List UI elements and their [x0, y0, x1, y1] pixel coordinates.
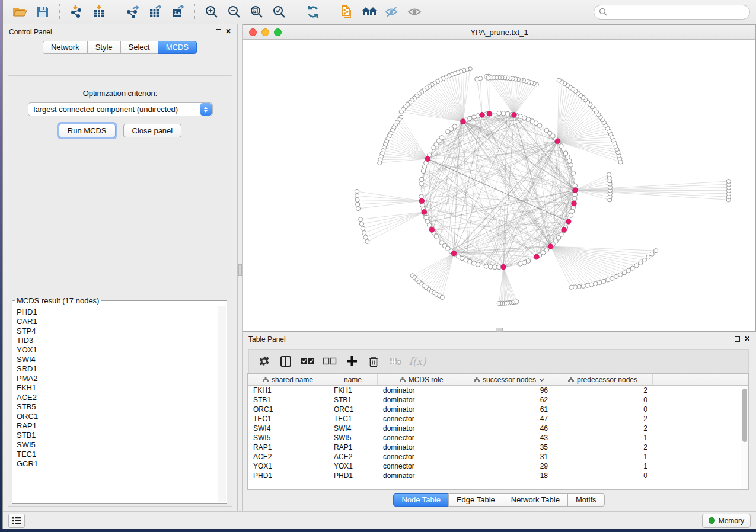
zoom-out-button[interactable] [223, 2, 245, 22]
table-cell[interactable]: YOX1 [328, 462, 378, 471]
table-cell[interactable]: RAP1 [248, 443, 328, 452]
table-cell[interactable]: SWI4 [248, 424, 328, 433]
table-cell[interactable]: 29 [465, 462, 553, 471]
table-cell[interactable]: 2 [553, 443, 653, 452]
mcds-result-item[interactable]: RAP1 [17, 421, 218, 431]
close-panel-button[interactable]: Close panel [123, 124, 182, 137]
deselect-all-columns-button[interactable] [321, 352, 339, 370]
export-network-button[interactable] [122, 2, 144, 22]
open-session-button[interactable] [9, 2, 31, 22]
table-cell[interactable]: STB1 [328, 395, 378, 405]
table-cell[interactable]: FKH1 [248, 386, 328, 395]
table-cell[interactable]: PHD1 [328, 471, 378, 480]
float-panel-icon[interactable] [216, 29, 221, 34]
table-cell[interactable]: 62 [465, 395, 553, 405]
table-cell[interactable]: 47 [465, 414, 553, 424]
table-cell[interactable]: PHD1 [248, 471, 328, 480]
settings-gear-button[interactable] [255, 352, 273, 370]
duplicate-network-button[interactable] [336, 2, 358, 22]
mcds-result-item[interactable]: GCR1 [17, 459, 218, 469]
table-cell[interactable]: SWI5 [328, 433, 378, 443]
table-cell[interactable]: dominator [378, 471, 465, 480]
network-titlebar[interactable]: YPA_prune.txt_1 [243, 25, 755, 40]
table-row[interactable]: PHD1PHD1dominator180 [248, 471, 748, 480]
tab-style[interactable]: Style [87, 41, 121, 54]
mcds-result-item[interactable]: YOX1 [17, 345, 218, 355]
table-row[interactable]: RAP1RAP1dominator352 [248, 443, 748, 452]
refresh-button[interactable] [302, 2, 324, 22]
mcds-result-item[interactable]: TID3 [17, 336, 218, 345]
table-cell[interactable]: 1 [553, 433, 653, 443]
table-row[interactable]: SWI5SWI5connector431 [248, 433, 748, 443]
mcds-result-item[interactable]: STB1 [17, 431, 218, 440]
zoom-selected-button[interactable] [268, 2, 291, 22]
show-all-button[interactable] [403, 2, 426, 22]
splitter-handle[interactable] [238, 264, 242, 276]
first-neighbors-button[interactable] [358, 2, 381, 22]
table-cell[interactable]: 61 [465, 405, 553, 414]
table-cell[interactable]: dominator [378, 443, 465, 452]
table-row[interactable]: ACE2ACE2connector311 [248, 452, 748, 462]
table-cell[interactable]: 0 [553, 395, 653, 405]
table-cell[interactable]: STB1 [248, 395, 328, 405]
criterion-select[interactable]: largest connected component (undirected) [28, 102, 213, 116]
mcds-result-item[interactable]: ACE2 [17, 393, 218, 402]
add-column-button[interactable] [343, 352, 361, 370]
table-cell[interactable]: 2 [553, 414, 653, 424]
column-visibility-button[interactable] [277, 352, 295, 370]
vertical-splitter[interactable] [237, 24, 243, 511]
close-panel-icon[interactable]: ✕ [744, 336, 750, 342]
table-row[interactable]: FKH1FKH1dominator962 [248, 386, 748, 395]
table-cell[interactable]: dominator [378, 405, 465, 414]
table-cell[interactable]: SWI4 [328, 424, 378, 433]
table-cell[interactable]: 46 [465, 424, 553, 433]
mcds-result-item[interactable]: FKH1 [17, 383, 218, 393]
close-panel-icon[interactable]: ✕ [225, 29, 231, 34]
task-history-button[interactable] [8, 514, 25, 528]
tab-edge-table[interactable]: Edge Table [448, 493, 503, 507]
network-graph[interactable] [243, 40, 755, 331]
table-cell[interactable]: TEC1 [248, 414, 328, 424]
table-row[interactable]: STB1STB1dominator620 [248, 395, 748, 405]
float-panel-icon[interactable] [735, 336, 740, 342]
mcds-result-item[interactable]: ORC1 [17, 412, 218, 421]
table-cell[interactable]: 35 [465, 443, 553, 452]
mcds-result-item[interactable]: SRD1 [17, 364, 218, 374]
run-mcds-button[interactable]: Run MCDS [59, 124, 116, 137]
memory-button[interactable]: Memory [702, 514, 751, 528]
zoom-fit-button[interactable] [245, 2, 268, 22]
export-image-button[interactable] [167, 2, 189, 22]
table-cell[interactable]: 2 [553, 386, 653, 395]
table-cell[interactable]: YOX1 [248, 462, 328, 471]
mcds-result-item[interactable]: SWI4 [17, 355, 218, 364]
save-session-button[interactable] [31, 2, 54, 22]
mcds-result-item[interactable]: PMA2 [17, 374, 218, 383]
table-row[interactable]: TEC1TEC1connector472 [248, 414, 748, 424]
table-scrollbar[interactable] [741, 386, 748, 489]
result-scrollbar[interactable] [218, 306, 226, 502]
table-cell[interactable]: dominator [378, 386, 465, 395]
table-cell[interactable]: dominator [378, 424, 465, 433]
table-cell[interactable]: 1 [553, 452, 653, 462]
table-cell[interactable]: dominator [378, 395, 465, 405]
tab-motifs[interactable]: Motifs [567, 493, 605, 507]
import-table-button[interactable] [88, 2, 110, 22]
mcds-result-list[interactable]: PHD1CAR1STP4TID3YOX1SWI4SRD1PMA2FKH1ACE2… [13, 306, 218, 502]
table-cell[interactable]: connector [378, 414, 465, 424]
column-header[interactable]: shared name [248, 374, 328, 385]
table-cell[interactable]: connector [378, 452, 465, 462]
column-header[interactable]: name [328, 374, 378, 385]
select-all-columns-button[interactable] [299, 352, 317, 370]
table-cell[interactable]: 18 [465, 471, 553, 480]
table-cell[interactable]: 0 [553, 405, 653, 414]
table-row[interactable]: ORC1ORC1dominator610 [248, 405, 748, 414]
table-cell[interactable]: FKH1 [328, 386, 378, 395]
table-cell[interactable]: ORC1 [248, 405, 328, 414]
table-cell[interactable]: 43 [465, 433, 553, 443]
column-header[interactable]: MCDS role [378, 374, 465, 385]
table-cell[interactable]: connector [378, 462, 465, 471]
mcds-result-item[interactable]: TEC1 [17, 450, 218, 459]
table-cell[interactable]: 31 [465, 452, 553, 462]
table-cell[interactable]: SWI5 [248, 433, 328, 443]
column-header[interactable]: predecessor nodes [553, 374, 653, 385]
